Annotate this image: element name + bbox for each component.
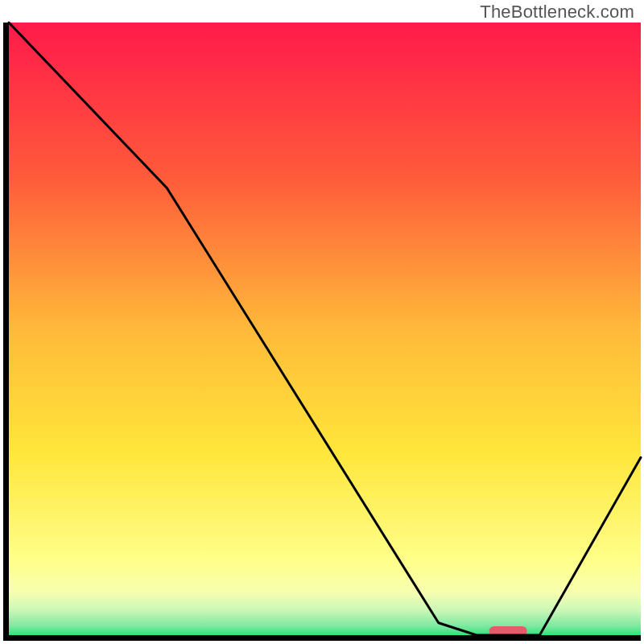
plot-background	[9, 23, 641, 635]
chart-root: TheBottleneck.com	[0, 0, 644, 644]
watermark-text: TheBottleneck.com	[480, 2, 634, 23]
y-axis-line	[3, 23, 9, 641]
chart-svg	[0, 0, 644, 644]
x-axis-line	[3, 635, 641, 641]
